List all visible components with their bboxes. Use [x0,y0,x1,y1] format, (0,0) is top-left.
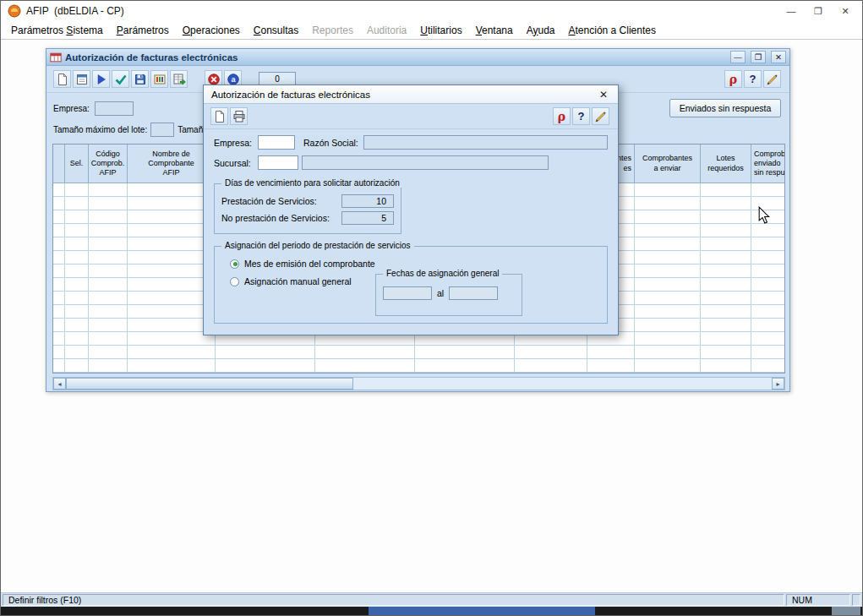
menu-item-operaciones[interactable]: Operaciones [176,22,247,39]
table-cell [415,359,515,373]
prestacion-dias-field[interactable] [341,194,394,208]
table-cell [701,359,751,373]
ledger-button[interactable] [150,70,168,88]
help-icon: ? [746,73,760,86]
child-maximize-button[interactable]: ❐ [751,51,766,63]
table-cell [65,197,89,210]
table-cell [53,292,65,305]
table-cell [65,292,89,305]
scroll-right-arrow[interactable] [772,378,784,390]
confirm-button[interactable] [112,70,129,88]
run-icon [95,73,108,86]
child-minimize-button[interactable]: — [730,51,746,63]
asignacion-group: Asignación del periodo de prestación de … [214,246,608,324]
dialog-close-button[interactable]: ✕ [594,87,613,102]
table-cell [65,251,89,264]
confirm-icon [114,73,128,86]
menu-item-utilitarios[interactable]: Utilitarios [413,22,468,39]
sucursal-field[interactable] [258,155,298,170]
child-titlebar: Autorización de facturas electrónicas — … [46,49,789,66]
table-cell [89,305,128,319]
sign-button[interactable] [592,107,609,125]
menu-item-ayuda[interactable]: Ayuda [520,22,562,39]
table-cell [89,359,128,373]
dialog-toolbar: ρ? [204,104,618,129]
radio-button-mes-emision[interactable] [230,259,239,269]
run-button[interactable] [92,70,110,88]
menu-item-atencion-a-clientes[interactable]: Atención a Clientes [562,22,663,39]
table-cell [89,346,128,359]
table-cell [65,319,89,332]
table-cell [751,264,785,278]
application-window: AFIP (dbELDIA - CP) — ❐ ✕ Parámetros Sis… [0,0,863,616]
sucursal-label: Sucursal: [214,158,258,168]
table-cell [65,278,89,292]
exit-button[interactable]: ρ [724,70,742,88]
scroll-thumb[interactable] [66,378,353,390]
dialog-empresa-row: Empresa: Razón Social: [214,135,608,150]
sign-icon [766,73,779,86]
sign-button[interactable] [763,70,781,88]
dialog-title: Autorización de facturas electrónicas [211,90,594,100]
enviados-sin-respuesta-button[interactable]: Enviados sin respuesta [669,99,781,117]
menu-item-parametros[interactable]: Parámetros [110,22,176,39]
table-cell [53,224,65,237]
table-cell [751,183,785,197]
table-cell [635,197,701,210]
radio-mes-emision[interactable]: Mes de emisión del comprobante [230,259,600,269]
child-close-button[interactable]: ✕ [771,51,786,63]
table-cell [751,332,785,346]
help-button[interactable]: ? [744,70,762,88]
table-cell [635,319,701,332]
minimize-button[interactable]: — [778,2,805,20]
table-cell [89,264,128,278]
new-button[interactable] [210,107,228,125]
print-button[interactable] [230,107,248,125]
radio-button-asignacion-manual[interactable] [230,277,239,286]
scroll-left-arrow[interactable] [53,378,66,390]
table-cell [89,332,128,346]
table-cell [53,278,65,292]
help-button[interactable]: ? [572,107,590,125]
radio-label-mes-emision: Mes de emisión del comprobante [244,259,375,269]
num-lock-indicator: NUM [786,594,850,606]
ledger-icon [153,73,167,86]
empresa-label: Empresa: [53,104,90,113]
new-button[interactable] [53,70,71,88]
table-cell [701,332,751,346]
autorizacion-dialog: Autorización de facturas electrónicas ✕ … [203,84,619,335]
table-cell [53,210,65,224]
exit-icon: ρ [727,73,740,86]
save-button[interactable] [131,70,149,88]
table-cell [128,359,216,373]
table-cell [65,305,89,319]
close-button[interactable]: ✕ [832,2,859,20]
table-row[interactable] [53,346,785,359]
exit-button[interactable]: ρ [553,107,571,125]
table-cell [65,237,89,251]
window-controls: — ❐ ✕ [778,2,859,20]
table-cell [315,359,415,373]
table-row[interactable] [53,359,785,373]
dialog-titlebar: Autorización de facturas electrónicas ✕ [204,85,618,104]
table-cell [635,210,701,224]
menu-item-ventana[interactable]: Ventana [469,22,520,39]
table-cell [53,237,65,251]
dialog-empresa-field[interactable] [258,135,295,150]
window-title: AFIP (dbELDIA - CP) [26,5,124,17]
no-prestacion-dias-field[interactable] [341,211,394,225]
export-button[interactable] [170,70,188,88]
table-cell [701,224,751,237]
menu-item-consultas[interactable]: Consultas [247,22,305,39]
properties-button[interactable] [73,70,90,88]
print-icon [232,110,246,123]
razon-social-label: Razón Social: [303,138,358,148]
maximize-button[interactable]: ❐ [805,2,832,20]
fechas-group-title: Fechas de asignación general [383,269,502,278]
menu-item-parametros-sistema[interactable]: Parámetros Sistema [4,22,110,39]
table-cell [635,305,701,319]
table-cell [53,264,65,278]
table-cell [635,224,701,237]
main-titlebar: AFIP (dbELDIA - CP) — ❐ ✕ [1,1,862,21]
table-cell [701,210,751,224]
